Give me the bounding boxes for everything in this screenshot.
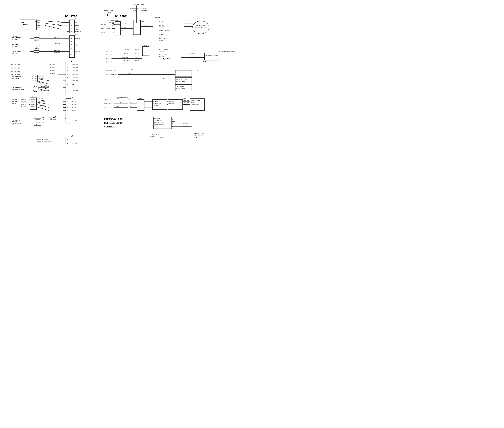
var-speed-comp-label: VARIABLE SPEED	[196, 25, 206, 26]
pin2-rh1-label: 2	[204, 53, 204, 55]
wiring-diagram: DC SIDE AC SIDE POWER CORD NON-RIBBED (L…	[0, 0, 252, 214]
freezer-evap-heater-label: FREEZER	[153, 101, 158, 102]
brn-yel-at1-left-label: BRN/YEL	[21, 101, 27, 103]
gry-yel-sensor-label: GRY/YEL	[34, 40, 39, 41]
rl2-label: RL2	[104, 107, 107, 108]
ff-sensor-label2: SENSOR	[12, 52, 17, 54]
rl8-label: RL8	[106, 61, 109, 63]
j5-out1a-label: OUT1A	[72, 101, 76, 102]
j4-12v-3: +12V DC	[72, 70, 78, 72]
wht-yel-at1-left-label: WHT/YEL	[21, 106, 27, 107]
gry-blk-j6-2-label: GRY/BLK	[54, 52, 60, 53]
behind-front-label: BEHIND FRONT	[194, 132, 204, 134]
wht-grn-led-label: WHT/GRN	[50, 64, 55, 65]
j5-out2a-label: OUT2A	[72, 107, 76, 108]
j4-pin12: 12	[67, 90, 68, 92]
svg-rect-98	[34, 37, 39, 39]
thermal-cut-out-label: THERMAL	[169, 101, 174, 102]
mb2-label: MB2	[139, 98, 142, 99]
gry-yel-j6-1-label: GRY/YEL	[54, 37, 60, 38]
j5-5v-label: +5V DC	[72, 119, 77, 121]
blk-fzdoor-label: BLK	[183, 98, 186, 99]
j2-lower2-pin5-label: 5	[113, 103, 114, 104]
ui-pin3-label: PIN 3	[37, 20, 41, 22]
rl6-label: RL6	[106, 58, 109, 59]
12vdc-label: 12 VDC	[159, 33, 164, 35]
cab-ground-j1-label: CAB. GROUND	[101, 28, 111, 29]
j3-pin6-label: 6	[116, 74, 117, 75]
fz-ice-maker-label: FREEZER	[154, 118, 160, 120]
j5-pin4: 4	[67, 110, 68, 111]
svg-rect-18	[133, 20, 140, 35]
j6-pin8: 8	[71, 47, 72, 49]
svg-rect-122	[66, 99, 71, 123]
red-yel-at1-left-label: RED/YEL	[21, 99, 27, 100]
j9-pin3: 3	[71, 28, 72, 30]
j5-pin12: 12	[67, 115, 68, 116]
pin4-door-sw-label: PIN 4	[42, 119, 45, 121]
j6-pin5: 5	[71, 37, 72, 39]
left-roller-label: LEFT ROLLER	[194, 134, 203, 136]
j4-pin11: 11	[67, 87, 68, 88]
j5-out2b-label: OUT2B	[72, 110, 76, 112]
line-label-top: (LINE)	[132, 9, 136, 11]
var-speed-comp-label2: COMPRESSOR/ INV.	[195, 27, 207, 28]
j4-12v-last: +12V DC	[72, 90, 78, 92]
evap-fan-label2: FAN (DC)	[12, 78, 19, 79]
neutral-j2lower2-label: NEUTRAL	[104, 103, 110, 104]
yel-red-label: YEL/RED	[124, 49, 130, 51]
svg-rect-139	[66, 137, 71, 145]
user-interface-label2: INTERFACE	[21, 24, 28, 25]
fz-door-sw-dc-label2: SWITCH	[12, 121, 17, 123]
red-yel-at1-label: RED/YEL	[39, 98, 45, 99]
j2-pin6-label: 6	[116, 70, 117, 72]
yel-pnk-sw-label: YEL/PNK	[35, 119, 40, 121]
fz-sensor-label2: SENSOR	[12, 46, 17, 48]
base-plate-ground-r-label2: GROUND	[159, 40, 164, 41]
yel-blu-ice-label: YEL/BLU	[183, 123, 188, 124]
damper-motor-label: MOTOR	[12, 102, 16, 104]
ambient-therm-label: AMBIENT THERMISTOR	[37, 141, 52, 143]
rl5-label: RL5	[106, 50, 109, 52]
j2-rl4-label: J2	[110, 54, 112, 56]
j4-pin4: 4	[67, 67, 68, 69]
j5-out1b-label: OUT1B	[72, 104, 76, 105]
svg-rect-104	[34, 50, 39, 52]
svg-rect-31	[142, 47, 149, 56]
j6-5v-2-label: +5V DC	[75, 44, 81, 46]
board-mounted-label: BOARD-MOUNTED	[37, 139, 48, 140]
fz-door-sw-dc-label: FREEZER DOOR	[12, 119, 23, 121]
j6-pin6: 6	[71, 41, 72, 42]
evap-fan-pin1: PIN 1	[32, 78, 36, 80]
pin2-mc1-label: PIN 2	[135, 49, 139, 51]
yel-wht-evap-label: YEL/WHT	[39, 75, 44, 77]
yel-pnk-door-label: YEL/PNK	[50, 117, 56, 118]
svg-point-119	[33, 86, 38, 92]
fz-door-sw-label3: (DOOR OPEN)	[191, 104, 199, 105]
at1-pin2: PIN 2	[31, 106, 35, 107]
j9-pin4: 4	[71, 31, 72, 32]
j8-pin1: 1	[67, 139, 68, 140]
compressor-ground-label2: GROUND	[109, 22, 115, 23]
control-signal-label: CONTROL SIGNAL	[159, 30, 170, 31]
j2-lower2-label: J2	[110, 99, 112, 101]
j9-pin1: 1	[71, 22, 72, 23]
fz-ice-maker-label4: MAKER DIAGRAM)	[154, 123, 165, 125]
j5-8-label: 8	[65, 118, 66, 119]
to-led-wiring-2-label: TO LED WIRING	[11, 67, 23, 69]
fz-evap-sensor-label2: EVAPORATOR	[12, 37, 21, 39]
to-led-wiring-4-label: TO LED WIRING	[11, 74, 23, 75]
lt-blu-blk-mullion-label: LT.BLU/BLK	[188, 57, 196, 58]
pin1-lower-label: PIN 1	[129, 99, 132, 100]
j4-pin6: 6	[67, 73, 68, 75]
mc1-label: MC1	[144, 45, 147, 46]
evap-fan-pin2: PIN 2	[32, 76, 36, 77]
pin2-lower-label: PIN 2	[129, 102, 132, 104]
blk-right-label: BLK	[141, 21, 144, 23]
j2-lower2-rl2-label: J2	[110, 107, 112, 108]
right-hinge-ground-label: RIGHT HINGE	[159, 54, 169, 56]
wht-blu-led-label: WHT/BLU	[50, 73, 55, 74]
brn-yel-at1-label: BRN/YEL	[39, 100, 45, 102]
j6-5v-3-label: +5V DC	[75, 51, 81, 52]
fz-door-sw-label: FREEZER DOOR	[191, 100, 200, 101]
